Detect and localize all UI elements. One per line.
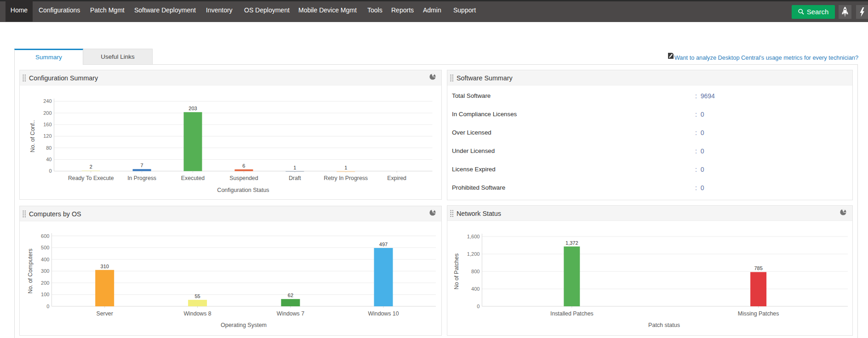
svg-text:Expired: Expired	[387, 175, 406, 181]
svg-text:0: 0	[477, 304, 480, 309]
svg-text:Ready To Execute: Ready To Execute	[68, 175, 114, 181]
svg-text:1,372: 1,372	[565, 240, 578, 246]
svg-text:Configuration Status: Configuration Status	[217, 187, 269, 193]
svg-text:785: 785	[754, 265, 762, 271]
svg-text:160: 160	[43, 122, 51, 127]
svg-text:203: 203	[188, 106, 197, 111]
svg-text:400: 400	[41, 257, 49, 262]
svg-text:200: 200	[43, 110, 51, 116]
svg-text:0: 0	[49, 168, 51, 174]
svg-text:Operating System: Operating System	[221, 322, 267, 328]
svg-text:600: 600	[41, 233, 49, 239]
svg-text:1: 1	[293, 165, 296, 170]
svg-text:6: 6	[242, 163, 245, 169]
svg-text:7: 7	[141, 163, 143, 168]
svg-text:500: 500	[41, 245, 49, 250]
svg-text:200: 200	[41, 280, 49, 286]
svg-text:310: 310	[101, 264, 109, 269]
svg-text:1,200: 1,200	[467, 251, 480, 257]
svg-text:Patch status: Patch status	[648, 322, 680, 328]
svg-text:2: 2	[90, 164, 92, 169]
svg-text:497: 497	[379, 242, 388, 247]
svg-text:40: 40	[46, 157, 51, 162]
svg-text:Windows 7: Windows 7	[277, 310, 304, 317]
svg-text:No. of Computers: No. of Computers	[27, 248, 34, 293]
svg-text:Missing Patches: Missing Patches	[738, 310, 779, 317]
svg-text:62: 62	[288, 293, 293, 298]
svg-text:Suspended: Suspended	[229, 175, 258, 181]
svg-text:No. of Conf..: No. of Conf..	[29, 120, 36, 152]
svg-text:100: 100	[41, 292, 49, 297]
svg-text:800: 800	[471, 269, 480, 274]
svg-text:0: 0	[46, 304, 49, 309]
svg-text:400: 400	[471, 286, 480, 292]
svg-text:Server: Server	[97, 310, 113, 317]
svg-text:1: 1	[344, 165, 347, 170]
svg-text:240: 240	[43, 98, 51, 104]
svg-text:120: 120	[43, 133, 51, 139]
svg-text:Installed Patches: Installed Patches	[550, 310, 594, 317]
svg-text:Executed: Executed	[181, 175, 205, 181]
svg-text:300: 300	[41, 268, 49, 274]
svg-text:Windows 10: Windows 10	[368, 310, 399, 317]
svg-text:Windows 8: Windows 8	[184, 310, 211, 317]
svg-text:Retry In Progress: Retry In Progress	[324, 175, 368, 181]
svg-text:55: 55	[194, 293, 200, 299]
svg-text:Draft: Draft	[289, 175, 301, 181]
svg-text:No of Patches: No of Patches	[453, 254, 460, 290]
svg-text:80: 80	[46, 145, 51, 151]
svg-text:1,600: 1,600	[467, 234, 480, 239]
svg-text:In Progress: In Progress	[127, 175, 156, 181]
